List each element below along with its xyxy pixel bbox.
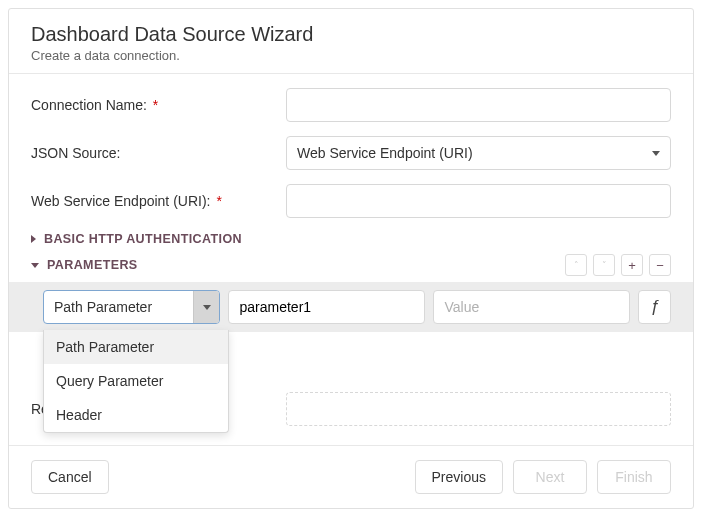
json-source-select[interactable]: Web Service Endpoint (URI) xyxy=(286,136,671,170)
params-toolbar: ˄ ˅ + − xyxy=(565,254,671,276)
param-type-value: Path Parameter xyxy=(44,291,193,323)
expression-button[interactable]: ƒ xyxy=(638,290,671,324)
function-icon: ƒ xyxy=(650,297,659,317)
dropdown-option-path[interactable]: Path Parameter xyxy=(44,330,228,364)
cancel-button[interactable]: Cancel xyxy=(31,460,109,494)
chevron-down-icon: ˅ xyxy=(602,261,607,270)
nav-buttons: Previous Next Finish xyxy=(415,460,671,494)
minus-icon: − xyxy=(656,258,664,273)
wizard-body: Connection Name: * JSON Source: Web Serv… xyxy=(9,74,693,445)
move-up-button[interactable]: ˄ xyxy=(565,254,587,276)
params-section-bar: PARAMETERS ˄ ˅ + − xyxy=(31,254,671,276)
endpoint-label: Web Service Endpoint (URI): * xyxy=(31,193,286,209)
dropdown-option-header[interactable]: Header xyxy=(44,398,228,432)
previous-button[interactable]: Previous xyxy=(415,460,503,494)
result-uri-box xyxy=(286,392,671,426)
chevron-down-icon xyxy=(31,263,39,268)
plus-icon: + xyxy=(628,258,636,273)
param-type-dropdown: Path Parameter Query Parameter Header xyxy=(43,330,229,433)
caret-down-icon xyxy=(203,305,211,310)
finish-button[interactable]: Finish xyxy=(597,460,671,494)
dropdown-option-query[interactable]: Query Parameter xyxy=(44,364,228,398)
required-mark: * xyxy=(216,193,221,209)
section-label: PARAMETERS xyxy=(47,258,138,272)
params-section-header[interactable]: PARAMETERS xyxy=(31,258,138,272)
required-mark: * xyxy=(153,97,158,113)
connection-name-row: Connection Name: * xyxy=(31,88,671,122)
move-down-button[interactable]: ˅ xyxy=(593,254,615,276)
json-source-row: JSON Source: Web Service Endpoint (URI) xyxy=(31,136,671,170)
remove-param-button[interactable]: − xyxy=(649,254,671,276)
label-text: Connection Name: xyxy=(31,97,147,113)
caret-down-icon xyxy=(652,151,660,156)
add-param-button[interactable]: + xyxy=(621,254,643,276)
endpoint-row: Web Service Endpoint (URI): * xyxy=(31,184,671,218)
wizard-footer: Cancel Previous Next Finish xyxy=(9,445,693,508)
section-label: BASIC HTTP AUTHENTICATION xyxy=(44,232,242,246)
next-button[interactable]: Next xyxy=(513,460,587,494)
param-value-input[interactable] xyxy=(433,290,630,324)
wizard-dialog: Dashboard Data Source Wizard Create a da… xyxy=(8,8,694,509)
json-source-value: Web Service Endpoint (URI) xyxy=(297,145,473,161)
connection-name-input[interactable] xyxy=(286,88,671,122)
chevron-right-icon xyxy=(31,235,36,243)
chevron-up-icon: ˄ xyxy=(574,261,579,270)
label-text: Web Service Endpoint (URI): xyxy=(31,193,210,209)
param-type-combo[interactable]: Path Parameter xyxy=(43,290,220,324)
json-source-label: JSON Source: xyxy=(31,145,286,161)
param-row: Path Parameter ƒ xyxy=(43,290,671,324)
auth-section-header[interactable]: BASIC HTTP AUTHENTICATION xyxy=(31,232,671,246)
connection-name-label: Connection Name: * xyxy=(31,97,286,113)
param-name-input[interactable] xyxy=(228,290,425,324)
page-subtitle: Create a data connection. xyxy=(31,48,671,63)
param-type-dropdown-button[interactable] xyxy=(193,291,219,323)
page-title: Dashboard Data Source Wizard xyxy=(31,23,671,46)
param-row-container: Path Parameter ƒ Path Parameter Query Pa… xyxy=(9,282,693,332)
endpoint-input[interactable] xyxy=(286,184,671,218)
wizard-header: Dashboard Data Source Wizard Create a da… xyxy=(9,9,693,74)
